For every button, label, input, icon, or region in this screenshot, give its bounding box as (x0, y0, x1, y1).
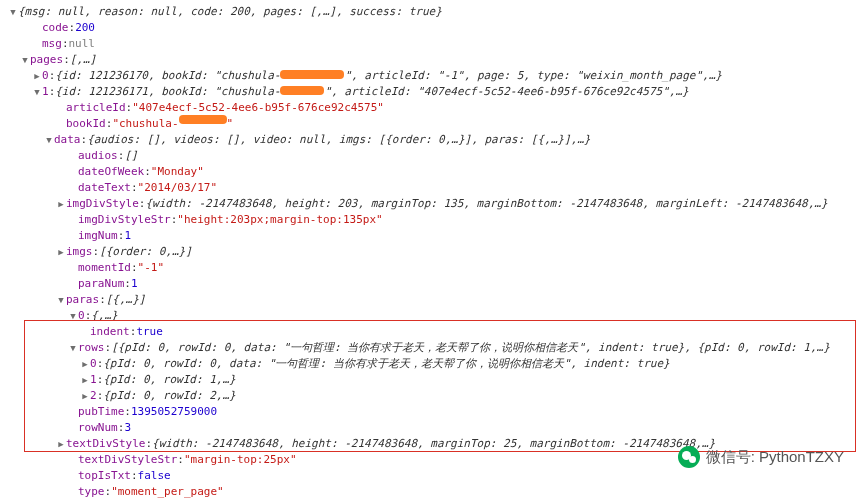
prop-key: 0 (90, 356, 97, 372)
prop-key: 0 (42, 68, 49, 84)
object-summary: {audios: [], videos: [], video: null, im… (87, 132, 590, 148)
tree-row: ▼ paras: [{,…}] (8, 292, 860, 308)
tree-row: ▶ 2: {pId: 0, rowId: 2,…} (8, 388, 860, 404)
prop-key: bookId (66, 116, 106, 132)
tree-row: ▼ 1: {id: 121236171, bookId: "chushula-"… (8, 84, 860, 100)
disclosure-expanded-icon[interactable]: ▼ (68, 340, 78, 356)
tree-row: ▼ rows: [{pId: 0, rowId: 0, data: "一句哲理:… (8, 340, 860, 356)
redaction-scribble (179, 115, 227, 124)
tree-row: paraNum: 1 (8, 276, 860, 292)
tree-row: ▼ 0: {,…} (8, 308, 860, 324)
prop-key: dateText (78, 180, 131, 196)
object-summary: {width: -2147483648, height: 203, margin… (145, 196, 827, 212)
prop-value: 200 (75, 20, 95, 36)
disclosure-collapsed-icon[interactable]: ▶ (80, 372, 90, 388)
prop-value: "margin-top:25px" (184, 452, 297, 468)
prop-key: paras (66, 292, 99, 308)
disclosure-expanded-icon[interactable]: ▼ (8, 4, 18, 20)
redaction-scribble (280, 86, 324, 95)
tree-row: articleId: "407e4ecf-5c52-4ee6-b95f-676c… (8, 100, 860, 116)
prop-value: 1 (131, 276, 138, 292)
prop-key: imgNum (78, 228, 118, 244)
object-summary: {id: 121236171, bookId: "chushula-", art… (55, 84, 688, 100)
disclosure-collapsed-icon[interactable]: ▶ (80, 388, 90, 404)
tree-row: ▼ pages: [,…] (8, 52, 860, 68)
prop-value: "407e4ecf-5c52-4ee6-b95f-676ce92c4575" (132, 100, 384, 116)
object-summary: {msg: null, reason: null, code: 200, pag… (18, 4, 442, 20)
tree-row-root: ▼ {msg: null, reason: null, code: 200, p… (8, 4, 860, 20)
prop-key: code (42, 20, 69, 36)
prop-value: null (69, 36, 96, 52)
tree-row: imgNum: 1 (8, 228, 860, 244)
prop-value: 1395052759000 (131, 404, 217, 420)
redaction-scribble (280, 70, 344, 79)
disclosure-collapsed-icon[interactable]: ▶ (32, 68, 42, 84)
tree-row: rowNum: 3 (8, 420, 860, 436)
tree-row: dateText: "2014/03/17" (8, 180, 860, 196)
object-summary: {pId: 0, rowId: 1,…} (103, 372, 235, 388)
tree-row: bookId: "chushula-" (8, 116, 860, 132)
watermark-text: 微信号: PythonTZXY (706, 449, 844, 465)
prop-value: "moment_per_page" (111, 484, 224, 500)
disclosure-collapsed-icon[interactable]: ▶ (56, 436, 66, 452)
disclosure-collapsed-icon[interactable]: ▶ (56, 196, 66, 212)
prop-value: "chushula- (112, 116, 178, 132)
watermark: 微信号: PythonTZXY (678, 446, 844, 468)
prop-value: false (138, 468, 171, 484)
object-summary: {width: -2147483648, height: -2147483648… (152, 436, 715, 452)
object-summary: {pId: 0, rowId: 0, data: "一句哲理: 当你有求于老天，… (103, 356, 669, 372)
disclosure-expanded-icon[interactable]: ▼ (68, 308, 78, 324)
tree-row: code: 200 (8, 20, 860, 36)
object-summary: {,…} (91, 308, 118, 324)
array-summary: [,…] (70, 52, 97, 68)
prop-value: true (136, 324, 163, 340)
tree-row: indent: true (8, 324, 860, 340)
tree-row: ▶ imgDivStyle: {width: -2147483648, heig… (8, 196, 860, 212)
disclosure-expanded-icon[interactable]: ▼ (56, 292, 66, 308)
prop-key: textDivStyle (66, 436, 145, 452)
object-summary: {id: 121236170, bookId: "chushula-", art… (55, 68, 722, 84)
prop-key: 0 (78, 308, 85, 324)
array-summary: [{order: 0,…}] (99, 244, 192, 260)
prop-key: pages (30, 52, 63, 68)
tree-row: ▶ 0: {pId: 0, rowId: 0, data: "一句哲理: 当你有… (8, 356, 860, 372)
array-summary: [{,…}] (106, 292, 146, 308)
prop-key: momentId (78, 260, 131, 276)
prop-key: msg (42, 36, 62, 52)
prop-key: pubTime (78, 404, 124, 420)
prop-key: 1 (90, 372, 97, 388)
prop-key: audios (78, 148, 118, 164)
disclosure-expanded-icon[interactable]: ▼ (32, 84, 42, 100)
object-summary: {pId: 0, rowId: 2,…} (103, 388, 235, 404)
disclosure-collapsed-icon[interactable]: ▶ (56, 244, 66, 260)
prop-value: "Monday" (151, 164, 204, 180)
prop-key: 1 (42, 84, 49, 100)
tree-row: dateOfWeek: "Monday" (8, 164, 860, 180)
wechat-icon (678, 446, 700, 468)
tree-row: type: "moment_per_page" (8, 484, 860, 500)
tree-row: ▼ data: {audios: [], videos: [], video: … (8, 132, 860, 148)
prop-key: rowNum (78, 420, 118, 436)
array-summary: [] (124, 148, 137, 164)
prop-key: paraNum (78, 276, 124, 292)
tree-row: ▶ 1: {pId: 0, rowId: 1,…} (8, 372, 860, 388)
tree-row: ▶ imgs: [{order: 0,…}] (8, 244, 860, 260)
tree-row: ▶ 0: {id: 121236170, bookId: "chushula-"… (8, 68, 860, 84)
tree-row: pubTime: 1395052759000 (8, 404, 860, 420)
disclosure-collapsed-icon[interactable]: ▶ (80, 356, 90, 372)
prop-value: "2014/03/17" (138, 180, 217, 196)
disclosure-expanded-icon[interactable]: ▼ (20, 52, 30, 68)
prop-key: indent (90, 324, 130, 340)
prop-value: 1 (124, 228, 131, 244)
prop-key: topIsTxt (78, 468, 131, 484)
prop-key: imgs (66, 244, 93, 260)
tree-row: imgDivStyleStr: "height:203px;margin-top… (8, 212, 860, 228)
tree-row: msg: null (8, 36, 860, 52)
prop-value: 3 (124, 420, 131, 436)
prop-key: textDivStyleStr (78, 452, 177, 468)
array-summary: [{pId: 0, rowId: 0, data: "一句哲理: 当你有求于老天… (111, 340, 830, 356)
prop-key: dateOfWeek (78, 164, 144, 180)
prop-key: type (78, 484, 105, 500)
prop-value: "-1" (138, 260, 165, 276)
disclosure-expanded-icon[interactable]: ▼ (44, 132, 54, 148)
